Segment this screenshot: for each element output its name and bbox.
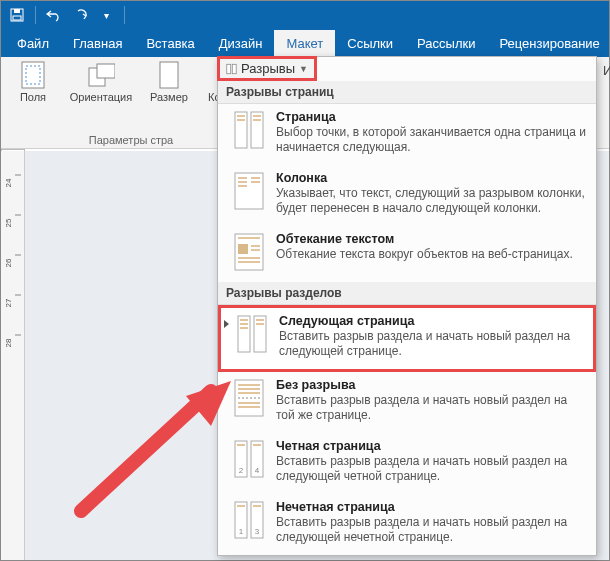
menu-odd-desc: Вставить разрыв раздела и начать новый р… — [276, 515, 586, 545]
tab-mailings[interactable]: Рассылки — [405, 30, 487, 57]
page-break-icon — [232, 110, 266, 150]
tab-references[interactable]: Ссылки — [335, 30, 405, 57]
tab-layout[interactable]: Макет — [274, 30, 335, 57]
svg-text:2: 2 — [239, 466, 244, 475]
tab-file[interactable]: Файл — [5, 30, 61, 57]
next-page-icon — [235, 314, 269, 354]
menu-odd-title: Нечетная страница — [276, 500, 586, 514]
menu-next-desc: Вставить разрыв раздела и начать новый р… — [279, 329, 583, 359]
svg-rect-26 — [227, 64, 231, 73]
menu-odd-page[interactable]: 13 Нечетная страница Вставить разрыв раз… — [218, 494, 596, 555]
svg-rect-29 — [251, 112, 263, 148]
title-bar: ▾ — [1, 1, 609, 29]
svg-rect-48 — [254, 316, 266, 352]
svg-rect-1 — [14, 9, 20, 13]
svg-rect-47 — [238, 316, 250, 352]
tab-review[interactable]: Рецензирование — [487, 30, 610, 57]
submenu-indicator-icon — [224, 320, 229, 328]
ribbon-tabs: Файл Главная Вставка Дизайн Макет Ссылки… — [1, 29, 609, 57]
svg-text:27: 27 — [4, 298, 13, 307]
orientation-label: Ориентация — [70, 91, 132, 103]
svg-rect-3 — [22, 62, 44, 88]
menu-even-desc: Вставить разрыв раздела и начать новый р… — [276, 454, 586, 484]
undo-button[interactable] — [44, 5, 64, 25]
menu-even-page[interactable]: 24 Четная страница Вставить разрыв разде… — [218, 433, 596, 494]
menu-column[interactable]: Колонка Указывает, что текст, следующий … — [218, 165, 596, 226]
menu-text-wrapping[interactable]: Обтекание текстом Обтекание текста вокру… — [218, 226, 596, 282]
section-breaks-header: Разрывы разделов — [218, 282, 596, 305]
svg-text:26: 26 — [4, 258, 13, 267]
app-window: ▾ Файл Главная Вставка Дизайн Макет Ссыл… — [0, 0, 610, 561]
menu-column-desc: Указывает, что текст, следующий за разры… — [276, 186, 586, 216]
tab-home[interactable]: Главная — [61, 30, 134, 57]
menu-wrap-title: Обтекание текстом — [276, 232, 573, 246]
svg-rect-28 — [235, 112, 247, 148]
menu-continuous[interactable]: Без разрыва Вставить разрыв раздела и на… — [218, 372, 596, 433]
qat-customize-button[interactable]: ▾ — [96, 5, 116, 25]
column-break-icon — [232, 171, 266, 211]
orientation-button[interactable]: Ориентация — [69, 61, 133, 103]
menu-cont-desc: Вставить разрыв раздела и начать новый р… — [276, 393, 586, 423]
size-label: Размер — [150, 91, 188, 103]
size-button[interactable]: Размер — [145, 61, 193, 103]
menu-cont-title: Без разрыва — [276, 378, 586, 392]
svg-text:1: 1 — [239, 527, 244, 536]
svg-rect-6 — [97, 64, 115, 78]
even-page-icon: 24 — [232, 439, 266, 479]
menu-wrap-desc: Обтекание текста вокруг объектов на веб-… — [276, 247, 573, 262]
redo-button[interactable] — [70, 5, 90, 25]
margins-label: Поля — [20, 91, 46, 103]
margins-button[interactable]: Поля — [9, 61, 57, 103]
continuous-icon — [232, 378, 266, 418]
svg-rect-41 — [238, 244, 248, 254]
svg-rect-7 — [160, 62, 178, 88]
tab-insert[interactable]: Вставка — [134, 30, 206, 57]
spacing-label: Интервал — [603, 63, 610, 78]
save-button[interactable] — [7, 5, 27, 25]
menu-page[interactable]: Страница Выбор точки, в которой заканчив… — [218, 104, 596, 165]
menu-next-title: Следующая страница — [279, 314, 583, 328]
menu-page-desc: Выбор точки, в которой заканчивается одн… — [276, 125, 586, 155]
page-breaks-header: Разрывы страниц — [218, 81, 596, 104]
svg-text:25: 25 — [4, 218, 13, 227]
breaks-menu: Разрывы ▼ Разрывы страниц Страница Выбор… — [217, 56, 597, 556]
svg-rect-2 — [13, 16, 21, 20]
odd-page-icon: 13 — [232, 500, 266, 540]
svg-text:3: 3 — [255, 527, 260, 536]
menu-even-title: Четная страница — [276, 439, 586, 453]
tab-design[interactable]: Дизайн — [207, 30, 275, 57]
svg-rect-27 — [232, 64, 236, 73]
svg-text:24: 24 — [4, 178, 13, 187]
svg-text:28: 28 — [4, 338, 13, 347]
text-wrap-icon — [232, 232, 266, 272]
vertical-ruler: 24 25 26 27 28 — [1, 151, 25, 560]
svg-text:4: 4 — [255, 466, 260, 475]
menu-next-page[interactable]: Следующая страница Вставить разрыв разде… — [218, 305, 596, 372]
menu-column-title: Колонка — [276, 171, 586, 185]
menu-page-title: Страница — [276, 110, 586, 124]
